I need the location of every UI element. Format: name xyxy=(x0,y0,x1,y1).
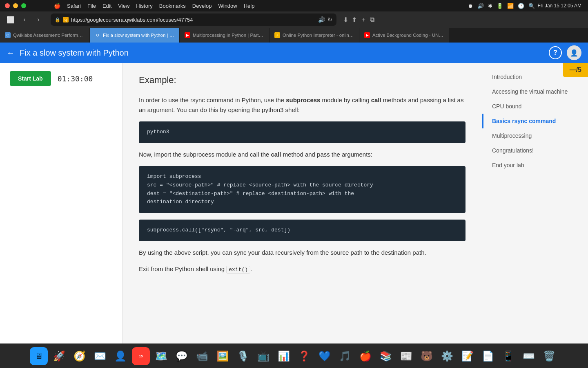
help-button[interactable]: ? xyxy=(549,46,562,59)
apple-menu[interactable]: 🍎 xyxy=(54,3,60,9)
tab-title-4: Online Python Interpreter - online edito… xyxy=(283,33,354,38)
code-text-1: python3 xyxy=(147,129,169,135)
share-icon[interactable]: ⬆ xyxy=(352,16,357,24)
toc-item-cpu-bound[interactable]: CPU bound xyxy=(482,99,588,114)
view-menu[interactable]: View xyxy=(118,3,129,9)
tab-favicon-4: ⚡ xyxy=(274,32,280,38)
main-content: Example: In order to use the rsync comma… xyxy=(122,63,482,368)
dock-facetime[interactable]: 📹 xyxy=(193,347,211,365)
reload-icon[interactable]: ↻ xyxy=(327,16,332,23)
dock-trash[interactable]: 🗑️ xyxy=(540,347,558,365)
address-input[interactable] xyxy=(71,17,316,23)
code-line-2: src = "<source-path>" # replace <source-… xyxy=(147,181,457,190)
sidebar-icon[interactable]: ⧉ xyxy=(370,16,374,23)
back-button[interactable]: ‹ xyxy=(19,14,30,25)
browser-nav: ⬜ ‹ › xyxy=(5,14,44,25)
subprocess-bold: subprocess xyxy=(286,96,320,103)
tab-active-background[interactable]: ▶ Active Background Coding - UNIVERSE... xyxy=(359,28,449,43)
window-menu[interactable]: Window xyxy=(218,3,237,9)
toc-label-cpu-bound: CPU bound xyxy=(492,103,521,110)
code-block-import: import subprocess src = "<source-path>" … xyxy=(139,166,466,213)
code-line-4: destination directory xyxy=(147,198,457,206)
tab-online-python[interactable]: ⚡ Online Python Interpreter - online edi… xyxy=(270,28,359,43)
sidebar-toggle-button[interactable]: ⬜ xyxy=(5,14,16,25)
search-icon[interactable]: 🔍 xyxy=(528,3,535,9)
history-menu[interactable]: History xyxy=(136,3,152,9)
dock-help[interactable]: ❓ xyxy=(295,347,313,365)
call-bold: call xyxy=(371,96,381,103)
dock-messages[interactable]: 💬 xyxy=(173,347,191,365)
dock-safari[interactable]: 🧭 xyxy=(71,347,89,365)
content-heading: Example: xyxy=(139,73,466,87)
dock-launchpad[interactable]: 🚀 xyxy=(50,347,68,365)
new-tab-icon[interactable]: ＋ xyxy=(360,16,367,24)
help-menu[interactable]: Help xyxy=(244,3,255,9)
code-text-3: subprocess.call(["rsync", "-arq", src, d… xyxy=(147,227,290,233)
maximize-dot[interactable] xyxy=(21,3,26,8)
toc-sidebar: —/5 Introduction Accessing the virtual m… xyxy=(482,63,588,368)
dock-bear[interactable]: 🐻 xyxy=(418,347,436,365)
mac-menu: 🍎 Safari File Edit View History Bookmark… xyxy=(54,3,254,9)
edit-menu[interactable]: Edit xyxy=(102,3,111,9)
download-icon[interactable]: ⬇ xyxy=(343,16,348,24)
site-favicon: Q xyxy=(63,17,69,22)
page-title: Fix a slow system with Python xyxy=(20,48,129,58)
dock-music[interactable]: 🎵 xyxy=(336,347,354,365)
toc-item-end-lab[interactable]: End your lab xyxy=(482,158,588,173)
back-to-labs-button[interactable]: ← xyxy=(7,48,15,58)
toc-item-congratulations[interactable]: Congratulations! xyxy=(482,143,588,158)
tab-qwiklabs-assessment[interactable]: C Qwiklabs Assessment: Performance Tuni.… xyxy=(0,28,90,43)
browser-actions-right: ⬇ ⬆ ＋ ⧉ xyxy=(343,16,374,24)
dock-whatsapp[interactable]: 📱 xyxy=(499,347,517,365)
dock-apple-tv[interactable]: 📺 xyxy=(254,347,272,365)
safari-menu[interactable]: Safari xyxy=(67,3,81,9)
lab-timer: 01:30:00 xyxy=(58,74,93,83)
develop-menu[interactable]: Develop xyxy=(192,3,212,9)
code-line-3: dest = "<destination-path>" # replace <d… xyxy=(147,190,457,198)
left-panel: Start Lab 01:30:00 xyxy=(0,63,122,368)
dock-mail[interactable]: ✉️ xyxy=(91,347,109,365)
dock-terminal[interactable]: ⌨️ xyxy=(520,347,538,365)
dock-numbers[interactable]: 📊 xyxy=(275,347,293,365)
dock-contacts[interactable]: 👤 xyxy=(111,347,129,365)
dock-maps[interactable]: 🗺️ xyxy=(152,347,170,365)
exit-inline-code: exit() xyxy=(226,266,250,274)
dock-photos[interactable]: 🖼️ xyxy=(214,347,232,365)
tab-multiprocessing[interactable]: ▶ Multiprocessing in Python | Part 2 | p… xyxy=(180,28,270,43)
code-block-python3: python3 xyxy=(139,121,466,143)
dock-news[interactable]: 📰 xyxy=(397,347,415,365)
address-actions: 🔊 ↻ xyxy=(318,16,332,23)
para-import-subprocess: Now, import the subprocess module and ca… xyxy=(139,150,466,159)
browser-tabs: C Qwiklabs Assessment: Performance Tuni.… xyxy=(0,28,588,43)
code-line-1: import subprocess xyxy=(147,173,457,181)
dock-pdf[interactable]: 📄 xyxy=(479,347,497,365)
toc-item-multiprocessing[interactable]: Multiprocessing xyxy=(482,128,588,143)
dock-finder[interactable]: 🖥 xyxy=(30,347,48,365)
bookmarks-menu[interactable]: Bookmarks xyxy=(159,3,186,9)
tab-title-1: Qwiklabs Assessment: Performance Tuni... xyxy=(13,33,85,38)
dock-podcasts[interactable]: 🎙️ xyxy=(234,347,252,365)
mac-clock: Fri Jan 15 12:05 AM xyxy=(538,3,581,9)
code-block-subprocess-call: subprocess.call(["rsync", "-arq", src, d… xyxy=(139,220,466,241)
user-avatar[interactable]: 👤 xyxy=(567,45,581,60)
dock-app-store[interactable]: 🍎 xyxy=(356,347,374,365)
toc-item-basics-rsync[interactable]: Basics rsync command xyxy=(482,114,588,128)
forward-button[interactable]: › xyxy=(33,14,44,25)
mac-dock: 🖥 🚀 🧭 ✉️ 👤 15 🗺️ 💬 📹 🖼️ 🎙️ 📺 📊 ❓ 💙 🎵 🍎 📚… xyxy=(0,343,588,368)
dock-word[interactable]: 📝 xyxy=(459,347,477,365)
audio-icon[interactable]: 🔊 xyxy=(318,16,325,23)
start-lab-button[interactable]: Start Lab xyxy=(10,71,51,86)
close-dot[interactable] xyxy=(5,3,10,8)
minimize-dot[interactable] xyxy=(13,3,18,8)
battery-icon: 🔋 xyxy=(497,3,503,9)
dock-calendar[interactable]: 15 xyxy=(132,347,150,365)
tab-fix-slow-system[interactable]: Q Fix a slow system with Python | Qwikla… xyxy=(90,28,180,43)
dock-books[interactable]: 📚 xyxy=(377,347,395,365)
tab-favicon-2: Q xyxy=(95,32,100,38)
dock-webex[interactable]: 💙 xyxy=(316,347,334,365)
file-menu[interactable]: File xyxy=(87,3,96,9)
browser-chrome: ⬜ ‹ › 🔒 Q 🔊 ↻ ⬇ ⬆ ＋ ⧉ xyxy=(0,11,588,28)
toc-item-accessing[interactable]: Accessing the virtual machine xyxy=(482,84,588,99)
dock-system-preferences[interactable]: ⚙️ xyxy=(438,347,456,365)
para-subprocess-intro: In order to use the rsync command in Pyt… xyxy=(139,95,466,115)
